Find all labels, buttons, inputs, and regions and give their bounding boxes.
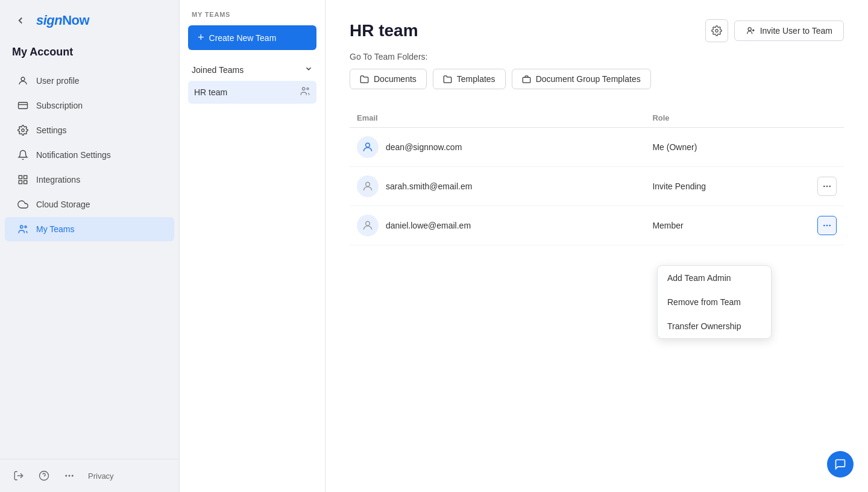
sidebar-item-label: Integrations: [36, 175, 80, 184]
invite-user-button[interactable]: Invite User to Team: [734, 20, 844, 41]
email-column-header: Email: [350, 109, 645, 128]
sidebar-item-notification-settings[interactable]: Notification Settings: [5, 143, 174, 167]
notification-icon: [17, 149, 29, 161]
sidebar-item-user-profile[interactable]: User profile: [5, 69, 174, 93]
svg-point-3: [22, 129, 25, 132]
svg-point-19: [748, 28, 751, 31]
svg-point-25: [823, 186, 825, 188]
svg-point-28: [366, 221, 370, 226]
logout-icon[interactable]: [12, 469, 25, 482]
joined-teams-section: Joined Teams HR team: [180, 60, 325, 104]
avatar: [357, 215, 379, 236]
transfer-ownership-item[interactable]: Transfer Ownership: [658, 314, 771, 338]
chat-bubble-button[interactable]: [827, 451, 854, 478]
subscription-icon: [17, 99, 29, 112]
member-email: dean@signnow.com: [386, 142, 462, 152]
sidebar-item-integrations[interactable]: Integrations: [5, 168, 174, 192]
member-email-cell: daniel.lowe@email.em: [357, 215, 638, 236]
joined-teams-header[interactable]: Joined Teams: [188, 60, 316, 80]
cloud-icon: [17, 198, 29, 210]
role-column-header: Role: [645, 109, 844, 128]
team-settings-button[interactable]: [705, 19, 728, 42]
documents-tab[interactable]: Documents: [350, 69, 427, 89]
sidebar-item-my-teams[interactable]: My Teams: [5, 217, 174, 241]
more-options-icon[interactable]: [63, 469, 76, 482]
privacy-link[interactable]: Privacy: [88, 472, 114, 481]
svg-point-23: [366, 143, 370, 147]
sidebar-nav: User profile Subscription Settings Notif…: [0, 68, 179, 242]
svg-point-17: [307, 88, 309, 90]
member-email-cell: dean@signnow.com: [357, 136, 638, 158]
sidebar-item-subscription[interactable]: Subscription: [5, 93, 174, 118]
team-item-name: HR team: [194, 87, 227, 97]
avatar: [357, 136, 379, 158]
sidebar-footer: Privacy: [0, 459, 179, 492]
sidebar-item-label: Cloud Storage: [36, 200, 90, 209]
documents-tab-label: Documents: [374, 74, 417, 84]
teams-icon: [17, 223, 29, 235]
document-group-templates-tab[interactable]: Document Group Templates: [512, 69, 651, 89]
remove-from-team-item[interactable]: Remove from Team: [658, 290, 771, 314]
member-role: Invite Pending: [652, 181, 706, 191]
members-table: Email Role dean@signnow.com Me (Owne: [350, 109, 844, 245]
svg-point-29: [823, 225, 825, 227]
back-button[interactable]: [12, 12, 29, 29]
integrations-icon: [17, 174, 29, 186]
team-title: HR team: [350, 21, 418, 40]
team-actions: Invite User to Team: [705, 19, 844, 42]
svg-point-8: [20, 226, 24, 229]
sidebar-item-settings[interactable]: Settings: [5, 118, 174, 142]
member-role: Me (Owner): [652, 142, 697, 152]
svg-point-18: [715, 30, 718, 33]
team-settings-icon: [300, 86, 310, 99]
member-more-button-active[interactable]: [817, 216, 837, 235]
member-context-menu: Add Team Admin Remove from Team Transfer…: [657, 265, 772, 339]
svg-rect-5: [24, 175, 27, 178]
svg-point-24: [366, 182, 370, 186]
create-team-label: Create New Team: [209, 33, 277, 43]
member-email: daniel.lowe@email.em: [386, 221, 471, 230]
table-row: daniel.lowe@email.em Member: [350, 206, 844, 245]
templates-tab[interactable]: Templates: [433, 69, 506, 89]
my-account-title: My Account: [0, 41, 179, 68]
member-more-button[interactable]: [817, 177, 837, 196]
svg-point-15: [72, 475, 74, 477]
help-icon[interactable]: [37, 469, 51, 482]
svg-rect-1: [19, 102, 28, 109]
sidebar-header: signNow: [0, 0, 179, 41]
svg-point-26: [826, 186, 828, 188]
svg-point-9: [25, 226, 27, 228]
team-title-row: HR team Invite User to Team: [350, 19, 844, 42]
document-group-templates-tab-label: Document Group Templates: [536, 74, 641, 84]
sidebar-item-label: Subscription: [36, 101, 83, 110]
role-cell: Member: [652, 216, 837, 235]
member-email: sarah.smith@email.em: [386, 181, 472, 191]
go-to-folders-label: Go To Team Folders:: [350, 52, 844, 62]
svg-rect-4: [19, 175, 22, 178]
team-item[interactable]: HR team: [188, 81, 316, 104]
sidebar: signNow My Account User profile Subscrip…: [0, 0, 180, 492]
member-role: Member: [652, 221, 683, 230]
table-row: sarah.smith@email.em Invite Pending: [350, 167, 844, 206]
main-content: HR team Invite User to Team Go To Team F…: [326, 0, 868, 492]
svg-rect-7: [24, 181, 27, 184]
chevron-down-icon: [304, 65, 313, 75]
user-icon: [17, 75, 29, 87]
sidebar-item-label: My Teams: [36, 224, 75, 234]
table-row: dean@signnow.com Me (Owner): [350, 128, 844, 167]
avatar: [357, 175, 379, 197]
templates-tab-label: Templates: [457, 74, 495, 84]
svg-rect-6: [19, 181, 22, 184]
folder-tabs: Documents Templates Document Group Templ…: [350, 69, 844, 89]
add-team-admin-item[interactable]: Add Team Admin: [658, 266, 771, 290]
svg-point-27: [829, 186, 831, 188]
svg-rect-22: [523, 77, 530, 83]
middle-panel: MY TEAMS + Create New Team Joined Teams …: [180, 0, 326, 492]
svg-point-30: [826, 225, 828, 227]
sidebar-item-label: Notification Settings: [36, 150, 111, 160]
my-teams-header: MY TEAMS: [180, 0, 325, 25]
create-new-team-button[interactable]: + Create New Team: [188, 25, 316, 50]
sidebar-item-cloud-storage[interactable]: Cloud Storage: [5, 192, 174, 216]
svg-point-13: [65, 475, 67, 477]
svg-point-31: [829, 225, 831, 227]
